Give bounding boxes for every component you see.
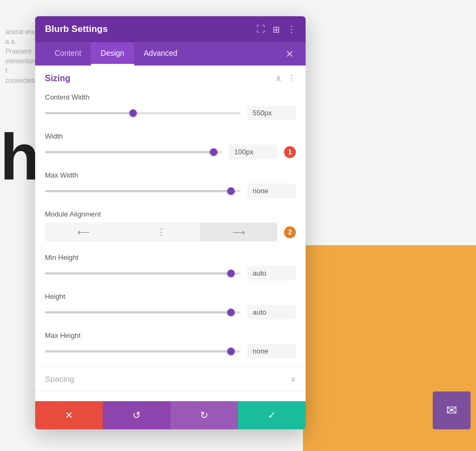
align-center-button[interactable]: ⋮: [122, 223, 200, 241]
alignment-buttons: ⟵ ⋮ ⟶: [45, 223, 277, 241]
content-width-input[interactable]: [247, 106, 296, 120]
min-height-input[interactable]: [247, 266, 296, 280]
tab-content[interactable]: Content: [45, 42, 91, 66]
sizing-section-header: Sizing ∧ ⋮: [35, 66, 306, 89]
bg-icon-card: ✉: [433, 391, 471, 429]
content-width-control: [45, 106, 296, 120]
modal-title: Blurb Settings: [45, 24, 108, 35]
content-width-label: Content Width: [45, 93, 296, 101]
min-height-row: Min Height: [35, 249, 306, 288]
redo-button[interactable]: ↻: [170, 401, 238, 429]
width-control: 1: [45, 145, 296, 159]
module-alignment-label: Module Alignment: [45, 210, 296, 218]
sizing-title: Sizing: [45, 74, 70, 83]
spacing-title: Spacing: [45, 374, 74, 383]
modal-header: Blurb Settings ⛶ ⊞ ⋮: [35, 16, 306, 42]
more-options-icon[interactable]: ⋮: [287, 24, 296, 35]
content-width-row: Content Width: [35, 89, 306, 128]
max-width-control: [45, 184, 296, 198]
fullscreen-icon[interactable]: ⛶: [256, 24, 265, 34]
min-height-slider[interactable]: [45, 272, 241, 274]
align-left-icon: ⟵: [77, 227, 90, 237]
min-height-control: [45, 266, 296, 280]
modal-tabs: Content Design Advanced ✕: [35, 42, 306, 66]
max-height-label: Max Height: [45, 331, 296, 339]
max-width-input[interactable]: [247, 184, 296, 198]
section-header-controls: ∧ ⋮: [275, 73, 296, 83]
redo-icon: ↻: [200, 409, 208, 421]
reset-button[interactable]: ↺: [103, 401, 170, 429]
border-section[interactable]: Border ∨: [35, 391, 306, 401]
save-button[interactable]: ✓: [238, 401, 306, 429]
spacing-section[interactable]: Spacing ∨: [35, 366, 306, 391]
cancel-icon: ✕: [65, 409, 73, 421]
height-row: Height: [35, 288, 306, 327]
blurb-settings-modal: Blurb Settings ⛶ ⊞ ⋮ Content Design Adva…: [35, 16, 306, 429]
bg-letter: h: [0, 125, 39, 189]
reset-icon: ↺: [133, 409, 141, 421]
alignment-badge: 2: [284, 226, 296, 238]
height-control: [45, 305, 296, 319]
columns-icon[interactable]: ⊞: [273, 24, 280, 35]
width-badge: 1: [284, 146, 296, 158]
max-width-slider[interactable]: [45, 190, 241, 192]
max-height-input[interactable]: [247, 344, 296, 358]
min-height-label: Min Height: [45, 253, 296, 262]
width-row: Width 1: [35, 128, 306, 167]
max-width-label: Max Width: [45, 171, 296, 179]
max-height-slider[interactable]: [45, 350, 241, 352]
modal-footer: ✕ ↺ ↻ ✓: [35, 401, 306, 429]
height-slider[interactable]: [45, 311, 241, 313]
align-center-icon: ⋮: [157, 227, 166, 237]
width-input[interactable]: [229, 145, 277, 159]
tab-design[interactable]: Design: [91, 42, 134, 66]
max-height-control: [45, 344, 296, 358]
spacing-chevron-icon: ∨: [290, 375, 296, 383]
content-width-slider[interactable]: [45, 112, 241, 114]
module-alignment-row: Module Alignment ⟵ ⋮ ⟶ 2: [35, 206, 306, 249]
tab-advanced[interactable]: Advanced: [134, 42, 187, 66]
module-alignment-control: ⟵ ⋮ ⟶ 2: [45, 223, 296, 241]
width-slider[interactable]: [45, 151, 222, 153]
collapse-icon[interactable]: ∧: [275, 73, 282, 83]
height-input[interactable]: [247, 305, 296, 319]
align-left-button[interactable]: ⟵: [45, 223, 122, 241]
width-label: Width: [45, 132, 296, 140]
max-width-row: Max Width: [35, 167, 306, 206]
cancel-button[interactable]: ✕: [35, 401, 103, 429]
height-label: Height: [45, 292, 296, 300]
align-right-button[interactable]: ⟶: [200, 223, 277, 241]
modal-close-button[interactable]: ✕: [283, 42, 296, 66]
max-height-row: Max Height: [35, 327, 306, 366]
section-menu-icon[interactable]: ⋮: [287, 73, 296, 83]
save-icon: ✓: [268, 409, 276, 421]
modal-body: Sizing ∧ ⋮ Content Width Width: [35, 66, 306, 401]
align-right-icon: ⟶: [233, 227, 245, 237]
header-icons: ⛶ ⊞ ⋮: [256, 24, 296, 35]
